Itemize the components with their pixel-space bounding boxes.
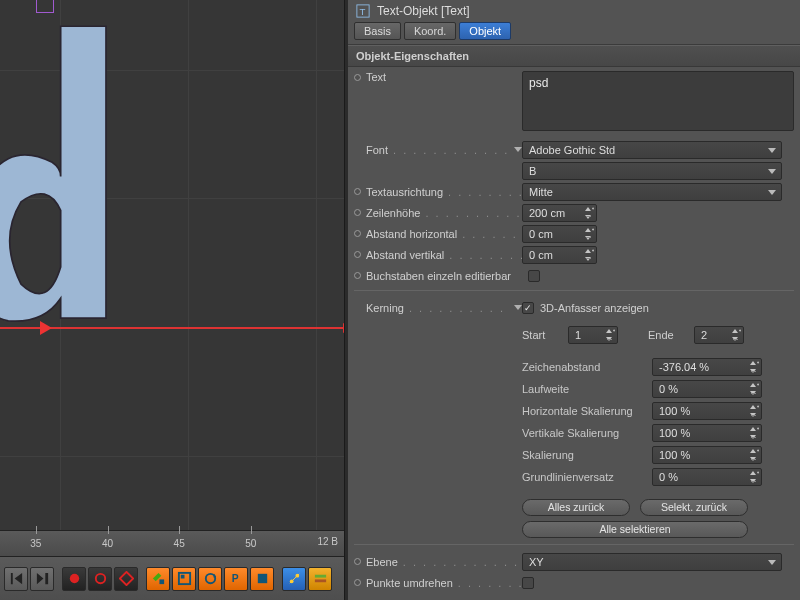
svg-rect-4 [119, 572, 132, 585]
reset-all-button[interactable]: Alles zurück [522, 499, 630, 516]
label-charspace: Zeichenabstand [522, 361, 646, 373]
x-axis-arrow[interactable] [40, 321, 52, 335]
tab-koord[interactable]: Koord. [404, 22, 456, 40]
label-align: Textausrichtung [366, 186, 443, 198]
charspace-input[interactable]: -376.04 % [652, 358, 762, 376]
key-position-button[interactable] [146, 567, 170, 591]
keyframe-dot[interactable] [354, 209, 361, 216]
keyframe-dot[interactable] [354, 272, 361, 279]
label-hspace: Abstand horizontal [366, 228, 457, 240]
svg-rect-9 [257, 574, 266, 583]
label-end: Ende [648, 329, 688, 341]
autokey-button[interactable] [88, 567, 112, 591]
tab-basis[interactable]: Basis [354, 22, 401, 40]
attributes-panel: T Text-Objekt [Text] Basis Koord. Objekt… [348, 0, 800, 600]
keyframe-dot[interactable] [354, 579, 361, 586]
fcurve-button[interactable] [282, 567, 306, 591]
end-input[interactable]: 2 [694, 326, 744, 344]
baseline-input[interactable]: 0 % [652, 468, 762, 486]
label-baseline: Grundlinienversatz [522, 471, 646, 483]
tracking-input[interactable]: 0 % [652, 380, 762, 398]
show3d-checkbox[interactable]: ✓ [522, 302, 534, 314]
svg-rect-12 [314, 575, 325, 578]
font-weight-dropdown[interactable]: B [522, 162, 782, 180]
label-hscale: Horizontale Skalierung [522, 405, 646, 417]
label-font: Font [366, 144, 388, 156]
label-vscale: Vertikale Skalierung [522, 427, 646, 439]
label-start: Start [522, 329, 562, 341]
label-reverse: Punkte umdrehen [366, 577, 453, 589]
label-vspace: Abstand vertikal [366, 249, 444, 261]
selection-box: d [36, 0, 54, 13]
key-parameter-button[interactable]: P [224, 567, 248, 591]
text-input[interactable]: psd [522, 71, 794, 131]
timeline-tick: 35 [0, 538, 72, 549]
key-scale-button[interactable] [172, 567, 196, 591]
goto-end-button[interactable] [4, 567, 28, 591]
keyframe-dot[interactable] [354, 188, 361, 195]
hscale-input[interactable]: 100 % [652, 402, 762, 420]
svg-point-2 [69, 574, 78, 583]
key-rotation-button[interactable] [198, 567, 222, 591]
select-all-button[interactable]: Alle selektieren [522, 521, 748, 538]
timeline-tick: 50 [215, 538, 287, 549]
scale-input[interactable]: 100 % [652, 446, 762, 464]
svg-rect-5 [159, 579, 164, 584]
editsingle-checkbox[interactable] [528, 270, 540, 282]
label-kerning: Kerning [366, 302, 404, 314]
align-dropdown[interactable]: Mitte [522, 183, 782, 201]
vspace-input[interactable]: 0 cm [522, 246, 597, 264]
tab-bar: Basis Koord. Objekt [348, 22, 800, 45]
viewport-letter-d [0, 20, 140, 330]
keyframe-dot[interactable] [354, 558, 361, 565]
reverse-checkbox[interactable] [522, 577, 534, 589]
timeline-button[interactable] [308, 567, 332, 591]
timeline-ruler[interactable]: 35 40 45 50 12 B [0, 530, 344, 556]
key-pla-button[interactable] [250, 567, 274, 591]
lineheight-input[interactable]: 200 cm [522, 204, 597, 222]
viewport-3d[interactable]: d [0, 0, 344, 530]
svg-rect-13 [314, 579, 325, 582]
tab-objekt[interactable]: Objekt [459, 22, 511, 40]
svg-text:P: P [231, 573, 238, 584]
animation-toolbar: P [0, 556, 344, 600]
label-plane: Ebene [366, 556, 398, 568]
label-lineheight: Zeilenhöhe [366, 207, 420, 219]
section-header: Objekt-Eigenschaften [348, 45, 800, 67]
label-editsingle: Buchstaben einzeln editierbar [366, 270, 511, 282]
plane-dropdown[interactable]: XY [522, 553, 782, 571]
timeline-tick: 40 [72, 538, 144, 549]
next-key-button[interactable] [30, 567, 54, 591]
font-family-dropdown[interactable]: Adobe Gothic Std [522, 141, 782, 159]
start-input[interactable]: 1 [568, 326, 618, 344]
label-show3d: 3D-Anfasser anzeigen [540, 302, 649, 314]
timeline-tick: 45 [143, 538, 215, 549]
keyframe-dot[interactable] [354, 251, 361, 258]
keyframe-dot[interactable] [354, 230, 361, 237]
keyframe-dot[interactable] [354, 74, 361, 81]
timeline-rate: 12 B [317, 536, 338, 547]
label-text: Text [366, 71, 386, 83]
text-object-icon: T [356, 4, 370, 18]
panel-title: T Text-Objekt [Text] [348, 0, 800, 22]
hspace-input[interactable]: 0 cm [522, 225, 597, 243]
svg-point-7 [205, 574, 214, 583]
reset-selection-button[interactable]: Selekt. zurück [640, 499, 748, 516]
vscale-input[interactable]: 100 % [652, 424, 762, 442]
keyframe-selection-button[interactable] [114, 567, 138, 591]
svg-point-3 [95, 574, 104, 583]
label-tracking: Laufweite [522, 383, 646, 395]
svg-text:T: T [360, 6, 366, 17]
record-button[interactable] [62, 567, 86, 591]
label-scale: Skalierung [522, 449, 646, 461]
